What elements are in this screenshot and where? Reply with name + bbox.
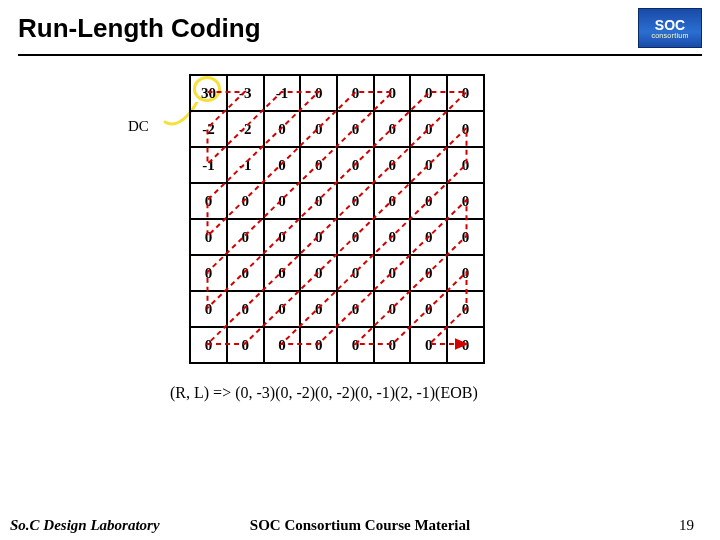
grid-cell: -2: [190, 111, 227, 147]
grid-cell: 0: [264, 291, 301, 327]
dct-matrix: 30-3-100000-2-2000000-1-1000000000000000…: [189, 74, 485, 362]
footer-lab: So.C Design Laboratory: [10, 517, 160, 534]
grid-cell: 0: [374, 111, 411, 147]
grid-cell: 0: [300, 219, 337, 255]
grid-cell: 0: [447, 111, 484, 147]
grid-cell: 0: [447, 255, 484, 291]
grid-cell: 0: [374, 255, 411, 291]
rl-expression: (R, L) => (0, -3)(0, -2)(0, -2)(0, -1)(2…: [170, 384, 478, 402]
dc-label: DC: [128, 118, 149, 135]
grid-cell: 0: [337, 255, 374, 291]
grid-cell: 0: [447, 291, 484, 327]
grid-cell: 0: [337, 291, 374, 327]
grid-cell: 0: [374, 291, 411, 327]
grid-cell: 0: [410, 255, 447, 291]
grid-cell: 0: [300, 75, 337, 111]
grid-cell: 0: [264, 183, 301, 219]
logo-text-top: SOC: [655, 18, 685, 32]
grid-cell: 0: [227, 183, 264, 219]
grid-cell: 0: [264, 219, 301, 255]
grid-cell: -1: [190, 147, 227, 183]
page-title: Run-Length Coding: [18, 13, 261, 44]
grid-cell: 0: [374, 219, 411, 255]
grid-cell: 0: [227, 327, 264, 363]
grid-cell: 0: [410, 327, 447, 363]
grid-cell: 0: [410, 291, 447, 327]
soc-logo: SOC consortium: [638, 8, 702, 48]
grid-cell: 0: [410, 111, 447, 147]
grid-cell: -2: [227, 111, 264, 147]
grid-cell: 0: [337, 147, 374, 183]
grid-cell: -1: [264, 75, 301, 111]
grid-cell: 0: [300, 255, 337, 291]
grid-cell: 0: [300, 111, 337, 147]
grid-cell: 0: [374, 147, 411, 183]
grid-cell: 0: [190, 219, 227, 255]
grid-cell: 0: [190, 183, 227, 219]
grid-cell: 0: [447, 327, 484, 363]
grid-cell: 0: [447, 219, 484, 255]
page-number: 19: [679, 517, 694, 534]
grid-cell: 0: [300, 147, 337, 183]
grid-cell: 0: [374, 183, 411, 219]
grid-cell: 0: [264, 111, 301, 147]
grid-cell: 0: [264, 147, 301, 183]
grid-cell: 0: [337, 75, 374, 111]
grid-cell: 0: [337, 183, 374, 219]
grid-cell: -3: [227, 75, 264, 111]
grid-cell: 0: [447, 75, 484, 111]
grid-cell: 0: [264, 327, 301, 363]
grid-cell: 0: [300, 291, 337, 327]
grid-cell: 0: [300, 327, 337, 363]
grid-cell: 0: [190, 291, 227, 327]
grid-cell: 0: [227, 255, 264, 291]
data-grid: 30-3-100000-2-2000000-1-1000000000000000…: [189, 74, 485, 364]
grid-cell: 0: [410, 219, 447, 255]
grid-cell: 0: [447, 147, 484, 183]
grid-cell: 30: [190, 75, 227, 111]
grid-cell: 0: [264, 255, 301, 291]
logo-text-bottom: consortium: [651, 32, 688, 39]
grid-cell: 0: [447, 183, 484, 219]
grid-cell: 0: [410, 183, 447, 219]
header-rule: [18, 54, 702, 56]
footer-course: SOC Consortium Course Material: [250, 517, 470, 534]
grid-cell: 0: [227, 291, 264, 327]
grid-cell: -1: [227, 147, 264, 183]
grid-cell: 0: [227, 219, 264, 255]
grid-cell: 0: [190, 327, 227, 363]
grid-cell: 0: [300, 183, 337, 219]
grid-cell: 0: [374, 75, 411, 111]
grid-cell: 0: [337, 327, 374, 363]
grid-cell: 0: [410, 147, 447, 183]
grid-cell: 0: [337, 219, 374, 255]
grid-cell: 0: [190, 255, 227, 291]
grid-cell: 0: [337, 111, 374, 147]
grid-cell: 0: [410, 75, 447, 111]
grid-cell: 0: [374, 327, 411, 363]
